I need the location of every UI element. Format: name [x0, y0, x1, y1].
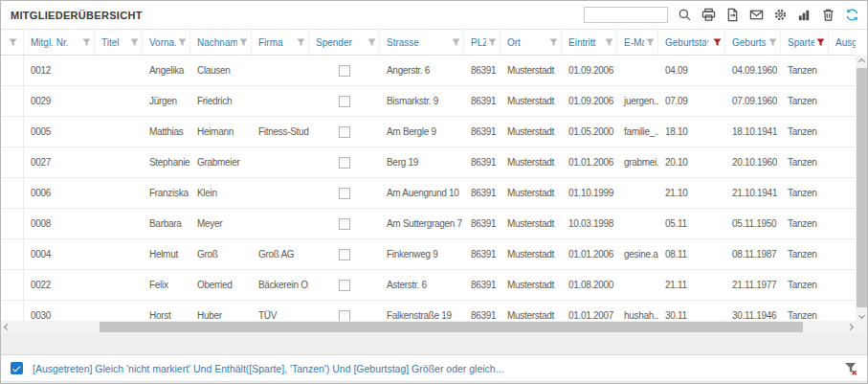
filter-icon[interactable]: [488, 38, 497, 47]
filter-icon[interactable]: [816, 38, 825, 47]
spender-checkbox[interactable]: [339, 157, 350, 169]
filter-icon[interactable]: [239, 38, 248, 47]
filter-icon[interactable]: [297, 38, 305, 47]
refresh-icon[interactable]: [844, 8, 859, 23]
column-header-eintritt[interactable]: Eintritt: [562, 30, 617, 55]
filter-enabled-checkbox[interactable]: [11, 362, 23, 374]
search-input[interactable]: [584, 7, 668, 23]
filter-icon[interactable]: [82, 38, 91, 47]
horizontal-scrollbar[interactable]: [1, 321, 856, 333]
scroll-up-button[interactable]: [856, 56, 868, 67]
scroll-right-button[interactable]: [844, 321, 856, 333]
cell-mitgl_nr: 0008: [24, 209, 95, 238]
column-header-geburtstag[interactable]: Geburtstag↑: [658, 30, 725, 55]
filter-icon[interactable]: [452, 38, 460, 47]
table-row[interactable]: 0005MatthiasHeimannFitness-Stud...Am Ber…: [1, 117, 856, 147]
column-header-vorname[interactable]: Vorna...: [143, 30, 190, 55]
cell-indicator: [1, 239, 24, 269]
filter-icon[interactable]: [713, 38, 722, 47]
cell-mitgl_nr: 0012: [24, 56, 95, 85]
filter-expression-link[interactable]: [Ausgetreten] Gleich 'nicht markiert' Un…: [33, 363, 835, 374]
column-header-plz[interactable]: PLZ: [464, 30, 501, 55]
cell-spender: [309, 270, 380, 300]
filter-icon[interactable]: [130, 38, 139, 47]
cell-email: grabmei...: [617, 147, 658, 177]
spender-checkbox[interactable]: [339, 310, 350, 322]
cell-nachname: Oberried: [190, 270, 252, 300]
table-row[interactable]: 0006FranziskaKleinAm Auengrund 1086391Mu…: [1, 178, 856, 209]
cell-geburtsdatum: 07.09.1960: [725, 86, 781, 116]
scroll-left-button[interactable]: [1, 321, 12, 333]
table-row[interactable]: 0030HorstHuberTÜVFalkenstraße 1986391Mus…: [1, 301, 856, 321]
spender-checkbox[interactable]: [339, 249, 350, 260]
column-header-email[interactable]: E-Mail: [617, 30, 658, 55]
cell-email: hushah...: [617, 301, 658, 321]
print-icon[interactable]: [701, 8, 716, 23]
cell-geburtsdatum: 18.10.1941: [725, 117, 781, 147]
table-row[interactable]: 0029JürgenFriedrichBismarkstr. 986391Mus…: [1, 86, 856, 117]
filter-icon[interactable]: [646, 38, 655, 47]
column-label: Geburtstag: [665, 37, 706, 48]
cell-vorname: Stephanie: [143, 147, 190, 177]
spender-checkbox[interactable]: [339, 126, 350, 138]
filter-icon[interactable]: [367, 38, 376, 47]
vertical-scrollbar[interactable]: [856, 56, 868, 321]
cell-nachname: Huber: [190, 301, 252, 321]
table-row[interactable]: 0004HelmutGroßGroß AGFinkenweg 986391Mus…: [1, 239, 856, 270]
spender-checkbox[interactable]: [339, 96, 350, 107]
cell-ausgetreten: [829, 270, 856, 300]
cell-eintritt: 01.01.2007: [562, 301, 617, 321]
spender-checkbox[interactable]: [339, 188, 350, 199]
filter-icon[interactable]: [549, 38, 558, 47]
column-header-strasse[interactable]: Strasse: [380, 30, 464, 55]
cell-spender: [309, 239, 380, 269]
cell-plz: 86391: [464, 178, 501, 208]
column-header-ausgetreten[interactable]: Ausgetr...: [829, 30, 856, 55]
cell-ort: Musterstadt: [501, 209, 562, 238]
cell-plz: 86391: [464, 86, 501, 116]
export-icon[interactable]: [724, 8, 740, 23]
statistics-chart-icon[interactable]: [796, 8, 812, 23]
vertical-scroll-thumb[interactable]: [857, 68, 867, 307]
column-header-geburtsdatum[interactable]: Geburts...: [725, 30, 781, 55]
spender-checkbox[interactable]: [339, 65, 350, 77]
cell-nachname: Meyer: [190, 209, 252, 238]
clear-filter-icon[interactable]: [844, 362, 857, 375]
column-header-indicator[interactable]: [1, 30, 24, 55]
cell-geburtsdatum: 30.11.1946: [725, 301, 781, 321]
spender-checkbox[interactable]: [339, 218, 350, 230]
filter-icon[interactable]: [9, 38, 17, 47]
cell-eintritt: 01.01.2006: [562, 147, 617, 177]
horizontal-scroll-thumb[interactable]: [100, 322, 803, 332]
table-row[interactable]: 0012AngelikaClausenAngerstr. 686391Muste…: [1, 56, 856, 86]
delete-trash-icon[interactable]: [820, 8, 835, 23]
column-header-ort[interactable]: Ort: [501, 30, 562, 55]
cell-geburtsdatum: 05.11.1950: [725, 209, 781, 238]
column-header-firma[interactable]: Firma: [252, 30, 309, 55]
column-header-sparte[interactable]: Sparte: [781, 30, 829, 55]
filter-icon[interactable]: [178, 38, 187, 47]
column-header-mitgl_nr[interactable]: Mitgl. Nr.: [24, 30, 95, 55]
column-header-nachname[interactable]: Nachname: [190, 30, 252, 55]
column-header-spender[interactable]: Spender: [309, 30, 380, 55]
cell-strasse: Berg 19: [380, 147, 464, 177]
settings-gear-icon[interactable]: [772, 8, 788, 23]
cell-mitgl_nr: 0029: [24, 86, 95, 116]
cell-geburtsdatum: 21.10.1941: [725, 178, 781, 208]
cell-spender: [309, 117, 380, 147]
spender-checkbox[interactable]: [339, 280, 350, 291]
cell-email: [617, 178, 658, 208]
cell-indicator: [1, 301, 24, 321]
filter-icon[interactable]: [605, 38, 613, 47]
table-row[interactable]: 0022FelixOberriedBäckerein O...Asterstr.…: [1, 270, 856, 301]
cell-mitgl_nr: 0005: [24, 117, 95, 147]
search-icon[interactable]: [677, 8, 692, 23]
column-header-titel[interactable]: Titel: [95, 30, 143, 55]
filter-icon[interactable]: [768, 38, 777, 47]
cell-firma: Groß AG: [252, 239, 309, 269]
email-icon[interactable]: [748, 8, 764, 23]
cell-ausgetreten: [829, 239, 856, 269]
scroll-down-button[interactable]: [856, 309, 868, 321]
table-row[interactable]: 0027StephanieGrabmeierBerg 1986391Muster…: [1, 147, 856, 178]
table-row[interactable]: 0008BarbaraMeyerAm Suttergragen 786391Mu…: [1, 209, 856, 239]
